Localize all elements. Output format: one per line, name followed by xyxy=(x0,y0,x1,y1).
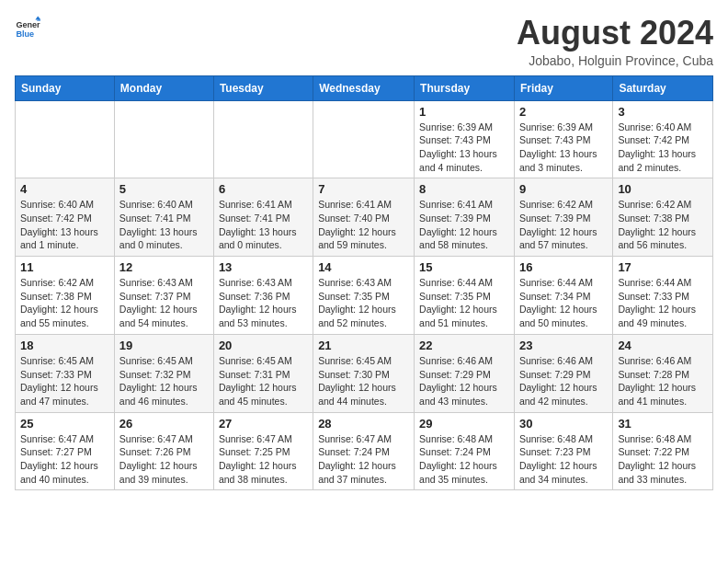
day-number: 31 xyxy=(618,417,708,431)
col-tuesday: Tuesday xyxy=(213,75,313,100)
day-number: 19 xyxy=(119,339,209,352)
week-row-1: 1Sunrise: 6:39 AM Sunset: 7:43 PM Daylig… xyxy=(16,100,713,178)
svg-text:General: General xyxy=(16,20,40,29)
day-number: 20 xyxy=(219,339,308,352)
day-info: Sunrise: 6:46 AM Sunset: 7:29 PM Dayligh… xyxy=(519,354,608,408)
day-info: Sunrise: 6:48 AM Sunset: 7:22 PM Dayligh… xyxy=(618,432,708,487)
day-cell: 10Sunrise: 6:42 AM Sunset: 7:38 PM Dayli… xyxy=(613,178,713,257)
day-cell: 25Sunrise: 6:47 AM Sunset: 7:27 PM Dayli… xyxy=(16,412,115,490)
col-wednesday: Wednesday xyxy=(313,75,415,100)
day-number: 29 xyxy=(419,417,509,431)
col-saturday: Saturday xyxy=(613,75,713,100)
day-info: Sunrise: 6:42 AM Sunset: 7:38 PM Dayligh… xyxy=(618,198,708,252)
day-number: 26 xyxy=(119,417,209,431)
day-number: 24 xyxy=(618,339,708,352)
day-number: 25 xyxy=(20,417,109,431)
day-info: Sunrise: 6:45 AM Sunset: 7:30 PM Dayligh… xyxy=(318,354,409,408)
day-cell: 21Sunrise: 6:45 AM Sunset: 7:30 PM Dayli… xyxy=(313,334,415,412)
day-cell: 1Sunrise: 6:39 AM Sunset: 7:43 PM Daylig… xyxy=(415,100,515,178)
day-cell: 30Sunrise: 6:48 AM Sunset: 7:23 PM Dayli… xyxy=(514,412,612,490)
day-number: 13 xyxy=(219,260,308,274)
week-row-3: 11Sunrise: 6:42 AM Sunset: 7:38 PM Dayli… xyxy=(16,257,713,335)
col-thursday: Thursday xyxy=(415,75,515,100)
calendar-table: Sunday Monday Tuesday Wednesday Thursday… xyxy=(15,75,713,491)
day-info: Sunrise: 6:43 AM Sunset: 7:36 PM Dayligh… xyxy=(219,276,308,330)
day-info: Sunrise: 6:42 AM Sunset: 7:39 PM Dayligh… xyxy=(519,198,608,252)
day-cell: 6Sunrise: 6:41 AM Sunset: 7:41 PM Daylig… xyxy=(213,178,313,257)
day-info: Sunrise: 6:40 AM Sunset: 7:41 PM Dayligh… xyxy=(119,198,209,252)
day-number: 28 xyxy=(318,417,409,431)
day-info: Sunrise: 6:47 AM Sunset: 7:26 PM Dayligh… xyxy=(119,432,209,487)
day-number: 15 xyxy=(419,260,509,274)
day-cell: 12Sunrise: 6:43 AM Sunset: 7:37 PM Dayli… xyxy=(114,257,213,335)
day-number: 21 xyxy=(318,339,409,352)
day-info: Sunrise: 6:43 AM Sunset: 7:37 PM Dayligh… xyxy=(119,276,209,330)
week-row-5: 25Sunrise: 6:47 AM Sunset: 7:27 PM Dayli… xyxy=(16,412,713,490)
day-number: 10 xyxy=(618,182,708,196)
day-cell: 7Sunrise: 6:41 AM Sunset: 7:40 PM Daylig… xyxy=(313,178,415,257)
day-number: 11 xyxy=(20,260,109,274)
day-cell: 13Sunrise: 6:43 AM Sunset: 7:36 PM Dayli… xyxy=(213,257,313,335)
day-cell xyxy=(16,100,115,178)
day-cell: 23Sunrise: 6:46 AM Sunset: 7:29 PM Dayli… xyxy=(514,334,612,412)
svg-text:Blue: Blue xyxy=(16,29,34,39)
day-info: Sunrise: 6:47 AM Sunset: 7:24 PM Dayligh… xyxy=(318,432,409,487)
day-number: 4 xyxy=(20,182,109,196)
day-number: 27 xyxy=(219,417,308,431)
day-number: 1 xyxy=(419,105,509,119)
day-cell: 29Sunrise: 6:48 AM Sunset: 7:24 PM Dayli… xyxy=(415,412,515,490)
day-cell: 2Sunrise: 6:39 AM Sunset: 7:43 PM Daylig… xyxy=(514,100,612,178)
day-info: Sunrise: 6:47 AM Sunset: 7:25 PM Dayligh… xyxy=(219,432,308,487)
header-row: Sunday Monday Tuesday Wednesday Thursday… xyxy=(16,75,713,100)
day-info: Sunrise: 6:45 AM Sunset: 7:31 PM Dayligh… xyxy=(219,354,308,408)
day-info: Sunrise: 6:46 AM Sunset: 7:28 PM Dayligh… xyxy=(618,354,708,408)
day-cell: 27Sunrise: 6:47 AM Sunset: 7:25 PM Dayli… xyxy=(213,412,313,490)
day-number: 14 xyxy=(318,260,409,274)
header: General Blue August 2024 Jobabo, Holguin… xyxy=(15,15,713,68)
day-number: 2 xyxy=(519,105,608,119)
day-info: Sunrise: 6:45 AM Sunset: 7:32 PM Dayligh… xyxy=(119,354,209,408)
col-sunday: Sunday xyxy=(16,75,115,100)
day-cell: 15Sunrise: 6:44 AM Sunset: 7:35 PM Dayli… xyxy=(415,257,515,335)
day-number: 6 xyxy=(219,182,308,196)
month-title: August 2024 xyxy=(517,15,713,52)
day-number: 22 xyxy=(419,339,509,352)
day-number: 23 xyxy=(519,339,608,352)
day-info: Sunrise: 6:43 AM Sunset: 7:35 PM Dayligh… xyxy=(318,276,409,330)
day-info: Sunrise: 6:41 AM Sunset: 7:40 PM Dayligh… xyxy=(318,198,409,252)
day-number: 5 xyxy=(119,182,209,196)
day-number: 30 xyxy=(519,417,608,431)
day-info: Sunrise: 6:41 AM Sunset: 7:39 PM Dayligh… xyxy=(419,198,509,252)
logo-icon: General Blue xyxy=(15,15,40,40)
day-cell xyxy=(213,100,313,178)
day-cell: 28Sunrise: 6:47 AM Sunset: 7:24 PM Dayli… xyxy=(313,412,415,490)
day-info: Sunrise: 6:47 AM Sunset: 7:27 PM Dayligh… xyxy=(20,432,109,487)
day-cell: 20Sunrise: 6:45 AM Sunset: 7:31 PM Dayli… xyxy=(213,334,313,412)
day-info: Sunrise: 6:44 AM Sunset: 7:34 PM Dayligh… xyxy=(519,276,608,330)
day-cell: 14Sunrise: 6:43 AM Sunset: 7:35 PM Dayli… xyxy=(313,257,415,335)
day-cell: 16Sunrise: 6:44 AM Sunset: 7:34 PM Dayli… xyxy=(514,257,612,335)
day-info: Sunrise: 6:40 AM Sunset: 7:42 PM Dayligh… xyxy=(618,121,708,175)
day-cell xyxy=(313,100,415,178)
day-info: Sunrise: 6:46 AM Sunset: 7:29 PM Dayligh… xyxy=(419,354,509,408)
day-info: Sunrise: 6:41 AM Sunset: 7:41 PM Dayligh… xyxy=(219,198,308,252)
day-cell xyxy=(114,100,213,178)
day-cell: 4Sunrise: 6:40 AM Sunset: 7:42 PM Daylig… xyxy=(16,178,115,257)
day-number: 17 xyxy=(618,260,708,274)
day-cell: 11Sunrise: 6:42 AM Sunset: 7:38 PM Dayli… xyxy=(16,257,115,335)
col-friday: Friday xyxy=(514,75,612,100)
logo: General Blue xyxy=(15,15,40,40)
day-cell: 3Sunrise: 6:40 AM Sunset: 7:42 PM Daylig… xyxy=(613,100,713,178)
location-subtitle: Jobabo, Holguin Province, Cuba xyxy=(517,53,713,68)
day-cell: 24Sunrise: 6:46 AM Sunset: 7:28 PM Dayli… xyxy=(613,334,713,412)
day-info: Sunrise: 6:44 AM Sunset: 7:33 PM Dayligh… xyxy=(618,276,708,330)
day-cell: 17Sunrise: 6:44 AM Sunset: 7:33 PM Dayli… xyxy=(613,257,713,335)
day-cell: 5Sunrise: 6:40 AM Sunset: 7:41 PM Daylig… xyxy=(114,178,213,257)
day-number: 3 xyxy=(618,105,708,119)
day-cell: 18Sunrise: 6:45 AM Sunset: 7:33 PM Dayli… xyxy=(16,334,115,412)
day-info: Sunrise: 6:45 AM Sunset: 7:33 PM Dayligh… xyxy=(20,354,109,408)
day-cell: 8Sunrise: 6:41 AM Sunset: 7:39 PM Daylig… xyxy=(415,178,515,257)
day-number: 12 xyxy=(119,260,209,274)
day-info: Sunrise: 6:48 AM Sunset: 7:23 PM Dayligh… xyxy=(519,432,608,487)
title-block: August 2024 Jobabo, Holguin Province, Cu… xyxy=(517,15,713,68)
